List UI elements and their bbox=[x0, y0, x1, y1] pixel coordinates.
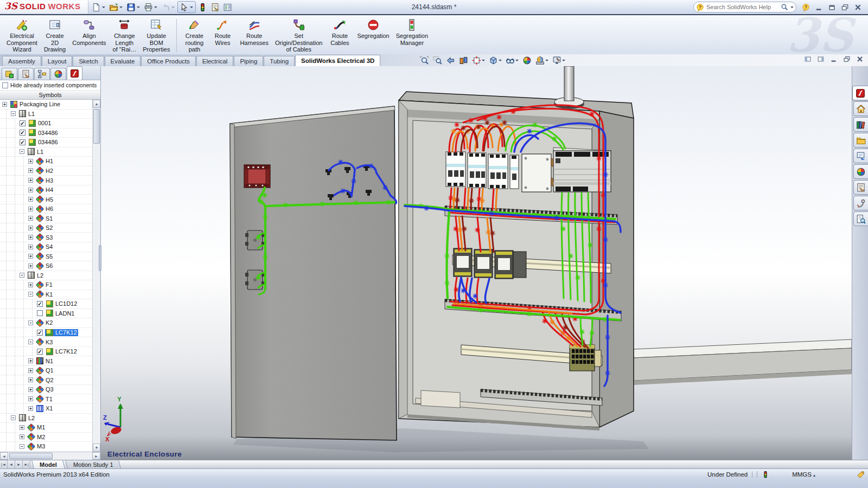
tree-checkbox[interactable] bbox=[20, 130, 25, 136]
tree-item[interactable]: Q2 bbox=[0, 375, 92, 385]
tree-expander[interactable] bbox=[28, 292, 33, 297]
dropdown-caret-icon[interactable] bbox=[137, 7, 140, 10]
tree-expander[interactable] bbox=[2, 102, 7, 107]
section-view-button[interactable] bbox=[458, 55, 469, 66]
tree-item[interactable]: LC7K12 bbox=[0, 347, 92, 357]
windows-button[interactable] bbox=[839, 2, 851, 12]
tree-expander[interactable] bbox=[28, 358, 33, 363]
scrollbar-thumb[interactable] bbox=[93, 109, 100, 144]
command-tab[interactable]: Office Products bbox=[141, 56, 195, 66]
tree-expander[interactable] bbox=[28, 178, 33, 183]
tree-expander[interactable] bbox=[28, 264, 33, 268]
command-tab[interactable]: SolidWorks Electrical 3D bbox=[295, 55, 380, 66]
door-transformer[interactable] bbox=[244, 165, 270, 188]
note-button[interactable] bbox=[209, 1, 221, 13]
edit-appearance-tab[interactable] bbox=[853, 164, 868, 179]
display-style-button[interactable] bbox=[488, 55, 503, 66]
tree-item[interactable]: T1 bbox=[0, 394, 92, 404]
view-orientation-button[interactable] bbox=[471, 55, 486, 66]
tree-expander[interactable] bbox=[28, 188, 33, 192]
file-explorer-tab[interactable] bbox=[853, 133, 868, 147]
driveworks-tab[interactable] bbox=[853, 196, 868, 210]
tree-expander[interactable] bbox=[28, 254, 33, 259]
save-button[interactable] bbox=[125, 1, 142, 13]
tree-horizontal-scrollbar[interactable]: ◄ ► bbox=[0, 452, 100, 460]
tree-item[interactable]: Q3 bbox=[0, 385, 92, 395]
tree-expander[interactable] bbox=[28, 216, 33, 221]
sw-electrical-tab[interactable] bbox=[852, 86, 868, 100]
structure-tree-tab[interactable] bbox=[34, 68, 50, 80]
units-selector[interactable]: MMGS bbox=[792, 471, 815, 478]
hide-inserted-checkbox[interactable] bbox=[2, 82, 8, 88]
tree-checkbox[interactable] bbox=[37, 301, 43, 307]
hide-show-button[interactable] bbox=[505, 55, 520, 66]
design-library-tab[interactable] bbox=[853, 117, 868, 132]
minimize-button[interactable] bbox=[813, 2, 825, 12]
view-palette-tab[interactable] bbox=[853, 149, 868, 163]
apply-scene-button[interactable] bbox=[534, 55, 550, 66]
tree-item[interactable]: LADN1 bbox=[0, 309, 92, 319]
search-doc-tab[interactable] bbox=[853, 211, 868, 226]
pane-left-button[interactable] bbox=[804, 55, 812, 63]
minimize-button[interactable] bbox=[830, 55, 838, 63]
new-document-button[interactable] bbox=[91, 1, 107, 13]
tree-checkbox[interactable] bbox=[37, 310, 43, 316]
tree-item[interactable]: F1 bbox=[0, 280, 92, 290]
create-2d-button[interactable]: Create 2D Drawing bbox=[41, 17, 69, 54]
tree-expander[interactable] bbox=[28, 320, 33, 325]
view-settings-button[interactable] bbox=[551, 55, 566, 66]
tree-expander[interactable] bbox=[28, 396, 33, 401]
tree-expander[interactable] bbox=[11, 111, 16, 116]
scroll-up-icon[interactable]: ▲ bbox=[93, 100, 100, 108]
command-tab[interactable]: Layout bbox=[42, 56, 73, 66]
tree-expander[interactable] bbox=[20, 149, 24, 154]
symbols-tab-tab[interactable] bbox=[2, 68, 17, 80]
tree-item[interactable]: M2 bbox=[0, 433, 92, 442]
sw-electrical-tab[interactable] bbox=[67, 66, 82, 80]
tree-vertical-scrollbar[interactable]: ▲ ▼ bbox=[92, 100, 100, 452]
tree-expander[interactable] bbox=[28, 377, 33, 382]
traffic-light-button[interactable] bbox=[197, 1, 208, 13]
create-path-button[interactable]: Create routing path bbox=[180, 17, 208, 54]
command-tab[interactable]: Piping bbox=[234, 56, 263, 66]
undo-button[interactable] bbox=[160, 1, 176, 13]
tree-expander[interactable] bbox=[28, 226, 33, 230]
dropdown-caret-icon[interactable] bbox=[190, 7, 193, 10]
main-contactor[interactable] bbox=[522, 154, 557, 192]
tree-checkbox[interactable] bbox=[37, 349, 43, 355]
sheet-tab[interactable]: Motion Study 1 bbox=[65, 460, 121, 468]
tree-item[interactable]: S5 bbox=[0, 252, 92, 262]
edit-appearance-button[interactable] bbox=[521, 55, 533, 66]
tree-item[interactable]: S2 bbox=[0, 223, 92, 233]
tree-expander[interactable] bbox=[20, 434, 24, 439]
tree-item[interactable]: S1 bbox=[0, 214, 92, 223]
dropdown-caret-icon[interactable] bbox=[171, 7, 175, 10]
tree-item[interactable]: L1 bbox=[0, 110, 92, 119]
tree-item[interactable]: H1 bbox=[0, 157, 92, 166]
tree-item[interactable]: S6 bbox=[0, 261, 92, 271]
tree-expander[interactable] bbox=[28, 245, 33, 249]
scroll-left-icon[interactable]: ◄ bbox=[0, 452, 8, 460]
command-tab[interactable]: Tubing bbox=[264, 56, 295, 66]
enclosure-door[interactable] bbox=[230, 106, 397, 440]
tree-expander[interactable] bbox=[28, 387, 33, 392]
close-button[interactable] bbox=[856, 55, 864, 63]
tree-item[interactable]: LC1D12 bbox=[0, 299, 92, 309]
tree-item[interactable]: K1 bbox=[0, 290, 92, 300]
zoom-fit-button[interactable] bbox=[419, 55, 430, 66]
tree-item[interactable]: Packaging Line bbox=[0, 100, 92, 110]
tree-item[interactable]: H2 bbox=[0, 166, 92, 176]
route-harnesses-button[interactable]: Route Harnesses bbox=[237, 17, 272, 47]
tree-expander[interactable] bbox=[20, 273, 24, 278]
tree-item[interactable]: 034486 bbox=[0, 129, 92, 138]
custom-properties-tab[interactable] bbox=[853, 180, 868, 195]
tree-expander[interactable] bbox=[28, 159, 33, 164]
tab-prev-icon[interactable]: ◄ bbox=[8, 460, 15, 468]
segregation-button[interactable]: Segregation bbox=[354, 17, 392, 41]
dropdown-caret-icon[interactable] bbox=[119, 7, 123, 10]
sheet-tab[interactable]: Model bbox=[31, 460, 65, 468]
zoom-area-button[interactable] bbox=[432, 55, 443, 66]
tree-expander[interactable] bbox=[11, 415, 16, 420]
change-length-button[interactable]: Change Length of "Rai… bbox=[110, 17, 140, 54]
tree-item[interactable]: N1 bbox=[0, 356, 92, 366]
